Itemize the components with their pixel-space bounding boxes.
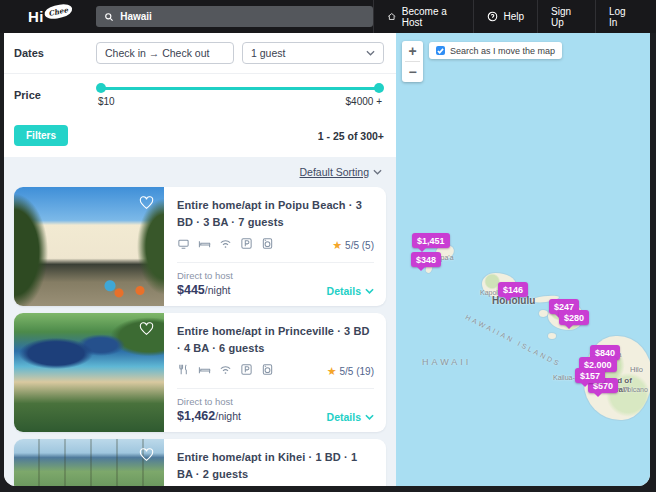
- map-price-pin[interactable]: $280: [559, 310, 589, 325]
- map-label: Hilo: [630, 365, 643, 374]
- price-max-label: $4000 +: [346, 96, 382, 107]
- checkbox-checked-icon[interactable]: [436, 46, 445, 55]
- favorite-heart-icon[interactable]: [138, 321, 155, 336]
- price-value: $1,462: [177, 409, 215, 423]
- hichee-logo[interactable]: Hi Chee: [28, 8, 72, 25]
- results-panel: Dates Check in → Check out 1 guest Price: [4, 33, 396, 486]
- rating-value: 5/5 (19): [340, 366, 374, 377]
- listing-cards: Entire home/apt in Poipu Beach · 3 BD · …: [4, 185, 396, 486]
- map-price-pin[interactable]: $348: [411, 252, 441, 267]
- chevron-down-icon: [365, 288, 374, 294]
- listing-photo: [14, 439, 164, 486]
- sort-label: Default Sorting: [300, 166, 369, 178]
- guests-select[interactable]: 1 guest: [242, 42, 384, 64]
- log-in-button[interactable]: Log In: [595, 0, 646, 33]
- card-divider: [177, 388, 374, 389]
- slider-track: [98, 87, 382, 90]
- listing-card[interactable]: Entire home/apt in Princeville · 3 BD · …: [14, 313, 386, 432]
- price-suffix: /night: [215, 410, 241, 422]
- price-suffix: /night: [205, 284, 231, 296]
- washer-icon: [261, 236, 274, 254]
- chevron-down-icon: [366, 50, 375, 56]
- listing-title[interactable]: Entire home/apt in Kihei · 1 BD · 1 BA ·…: [177, 449, 374, 482]
- listing-card[interactable]: Entire home/apt in Kihei · 1 BD · 1 BA ·…: [14, 439, 386, 486]
- map-price-pin[interactable]: $146: [498, 282, 528, 297]
- map-panel[interactable]: + − Search as I move the map $1,451$348$…: [396, 33, 650, 486]
- price-min-label: $10: [98, 96, 115, 107]
- listing-rating: ★ 5/5 (19): [327, 366, 374, 377]
- dates-label: Dates: [14, 47, 96, 59]
- listing-card[interactable]: Entire home/apt in Poipu Beach · 3 BD · …: [14, 187, 386, 306]
- top-bar: Hi Chee Become a Host Help Sign Up Log I…: [0, 0, 656, 33]
- zoom-in-button[interactable]: +: [402, 41, 423, 61]
- nav-label: Help: [503, 11, 524, 22]
- tv-icon: [177, 236, 190, 254]
- home-icon: [387, 11, 396, 22]
- listing-price: $445/night: [177, 283, 233, 297]
- logo-badge: Chee: [43, 2, 73, 20]
- wifi-icon: [219, 236, 232, 254]
- guests-value: 1 guest: [251, 47, 285, 59]
- price-box: Direct to host $445/night: [177, 270, 233, 297]
- search-as-move-checkbox[interactable]: Search as I move the map: [429, 42, 562, 59]
- map-island-lanai: [539, 310, 548, 317]
- details-toggle[interactable]: Details: [327, 285, 374, 297]
- nav-label: Sign Up: [551, 6, 582, 28]
- sign-up-button[interactable]: Sign Up: [537, 0, 595, 33]
- map-zoom-control: + −: [402, 41, 423, 82]
- logo-text-hi: Hi: [28, 8, 44, 25]
- search-bar[interactable]: [96, 6, 373, 27]
- sort-dropdown[interactable]: Default Sorting: [300, 166, 382, 178]
- listing-price: $1,462/night: [177, 409, 241, 423]
- star-icon: ★: [327, 366, 337, 377]
- map-price-pin[interactable]: $1,451: [412, 233, 450, 248]
- listing-photo: [14, 313, 164, 432]
- help-icon: [487, 11, 498, 22]
- listing-title[interactable]: Entire home/apt in Princeville · 3 BD · …: [177, 323, 374, 356]
- rating-value: 5/5 (5): [345, 240, 374, 251]
- listing-photo: [14, 187, 164, 306]
- price-slider[interactable]: [98, 83, 382, 93]
- hichee-window: Hi Chee Become a Host Help Sign Up Log I…: [0, 0, 656, 492]
- search-input[interactable]: [120, 11, 365, 22]
- favorite-heart-icon[interactable]: [138, 195, 155, 210]
- direct-to-host-label: Direct to host: [177, 270, 233, 281]
- checkbox-label: Search as I move the map: [450, 46, 555, 56]
- slider-handle-min[interactable]: [96, 83, 106, 93]
- listing-rating: ★ 5/5 (5): [332, 240, 374, 251]
- amenity-icons: [177, 362, 274, 380]
- become-a-host-button[interactable]: Become a Host: [373, 0, 473, 33]
- zoom-out-button[interactable]: −: [402, 62, 423, 82]
- filters-button[interactable]: Filters: [14, 125, 68, 146]
- chevron-down-icon: [373, 169, 382, 175]
- help-button[interactable]: Help: [473, 0, 537, 33]
- bed-icon: [198, 362, 211, 380]
- map-label: Volcano: [623, 386, 648, 393]
- results-count: 1 - 25 of 300+: [318, 130, 384, 142]
- date-range-input[interactable]: Check in → Check out: [96, 42, 234, 64]
- map-island-kahoolawe: [548, 333, 556, 339]
- card-divider: [177, 262, 374, 263]
- map-label: HAWAIIAN ISLANDS: [464, 313, 562, 367]
- price-value: $445: [177, 283, 205, 297]
- details-label: Details: [327, 285, 361, 297]
- wifi-icon: [219, 362, 232, 380]
- filter-box: Dates Check in → Check out 1 guest Price: [4, 33, 396, 157]
- price-box: Direct to host $1,462/night: [177, 396, 241, 423]
- kitchen-icon: [177, 362, 190, 380]
- star-icon: ★: [332, 240, 342, 251]
- nav-label: Log In: [609, 6, 633, 28]
- nav-label: Become a Host: [402, 6, 461, 28]
- parking-icon: [240, 362, 253, 380]
- date-range-value: Check in → Check out: [105, 47, 209, 59]
- favorite-heart-icon[interactable]: [138, 447, 155, 462]
- map-price-pin[interactable]: $157: [575, 368, 605, 383]
- washer-icon: [261, 362, 274, 380]
- bed-icon: [198, 236, 211, 254]
- listing-title[interactable]: Entire home/apt in Poipu Beach · 3 BD · …: [177, 197, 374, 230]
- map-label: HAWAII: [422, 357, 471, 367]
- price-label: Price: [14, 89, 96, 101]
- details-toggle[interactable]: Details: [327, 411, 374, 423]
- details-label: Details: [327, 411, 361, 423]
- slider-handle-max[interactable]: [374, 83, 384, 93]
